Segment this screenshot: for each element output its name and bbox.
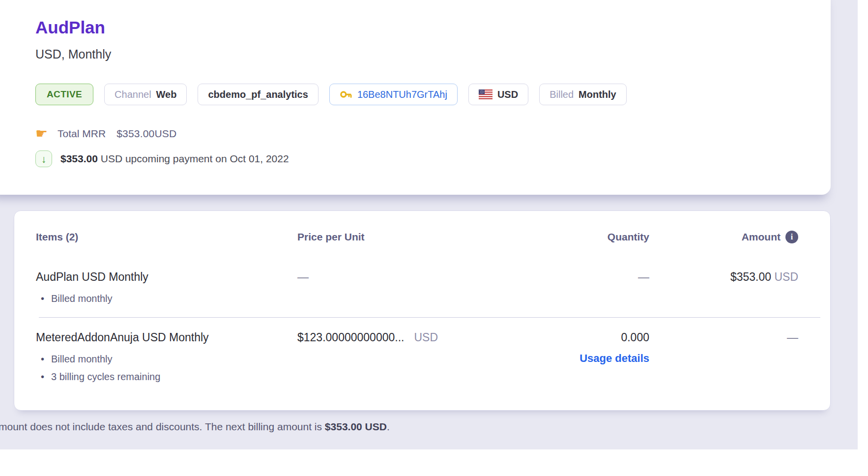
col-header-items: Items (2) <box>36 230 297 244</box>
status-badge: ACTIVE <box>35 84 93 105</box>
usage-details-link[interactable]: Usage details <box>507 352 649 365</box>
billing-footer-note: Amount does not include taxes and discou… <box>0 420 390 434</box>
table-row: AudPlan USD Monthly •Billed monthly — — … <box>36 269 798 305</box>
channel-badge: Channel Web <box>104 84 187 105</box>
page: AudPlan USD, Monthly ACTIVE Channel Web … <box>0 0 868 476</box>
quantity-cell: 0.000 Usage details <box>507 329 649 384</box>
billing-frequency-value: Monthly <box>579 89 616 100</box>
table-row: MeteredAddonAnuja USD Monthly •Billed mo… <box>36 329 798 384</box>
total-mrr-label: Total MRR <box>58 128 106 140</box>
item-note: •Billed monthly <box>36 352 297 366</box>
subscription-key-value: 16Be8NTUh7GrTAhj <box>357 89 447 100</box>
channel-badge-value: Web <box>156 89 177 100</box>
site-id-badge: cbdemo_pf_analytics <box>198 84 318 105</box>
item-cell: AudPlan USD Monthly •Billed monthly <box>36 269 297 305</box>
row-divider <box>39 317 820 318</box>
col-header-price: Price per Unit <box>297 230 507 244</box>
col-header-quantity: Quantity <box>507 230 649 244</box>
upcoming-payment-text: $353.00 USD upcoming payment on Oct 01, … <box>60 153 289 165</box>
plan-summary-card: AudPlan USD, Monthly ACTIVE Channel Web … <box>0 0 831 195</box>
plan-subtitle: USD, Monthly <box>35 47 111 61</box>
quantity-cell: — <box>507 269 649 305</box>
item-name: AudPlan USD Monthly <box>36 269 297 285</box>
site-id-badge-value: cbdemo_pf_analytics <box>208 89 308 100</box>
price-cell: $123.00000000000... USD <box>297 329 507 384</box>
us-flag-icon <box>479 89 492 99</box>
item-note: •3 billing cycles remaining <box>36 370 297 384</box>
footer-amount: $353.00 USD <box>325 421 387 432</box>
total-mrr-row: ☛ Total MRR $353.00USD <box>35 127 176 141</box>
info-icon[interactable]: i <box>785 231 798 243</box>
total-mrr-value: $353.00USD <box>116 128 176 140</box>
down-arrow-icon: ↓ <box>35 150 52 167</box>
items-table: Items (2) Price per Unit Quantity Amount… <box>36 211 798 384</box>
amount-cell: — <box>649 329 798 384</box>
price-cell: — <box>297 269 507 305</box>
plan-title: AudPlan <box>35 18 105 37</box>
badge-row: ACTIVE Channel Web cbdemo_pf_analytics <box>35 84 627 105</box>
upcoming-payment-amount: $353.00 <box>60 153 98 164</box>
item-note: •Billed monthly <box>36 292 297 305</box>
pointing-hand-icon: ☛ <box>35 127 48 141</box>
key-icon <box>340 88 352 101</box>
col-header-amount: Amount i <box>649 230 798 244</box>
currency-badge: USD <box>468 84 528 105</box>
items-card: Items (2) Price per Unit Quantity Amount… <box>14 210 831 411</box>
item-name: MeteredAddonAnuja USD Monthly <box>36 329 297 345</box>
billing-frequency-badge: Billed Monthly <box>539 84 627 105</box>
item-cell: MeteredAddonAnuja USD Monthly •Billed mo… <box>36 329 297 384</box>
items-table-header: Items (2) Price per Unit Quantity Amount… <box>36 230 798 244</box>
subscription-key-badge[interactable]: 16Be8NTUh7GrTAhj <box>329 84 458 105</box>
upcoming-payment-row: ↓ $353.00 USD upcoming payment on Oct 01… <box>35 150 289 167</box>
currency-badge-value: USD <box>497 89 518 100</box>
billing-frequency-label: Billed <box>550 89 574 100</box>
status-badge-label: ACTIVE <box>47 89 82 100</box>
channel-badge-label: Channel <box>115 89 151 100</box>
amount-cell: $353.00 USD <box>649 269 798 305</box>
